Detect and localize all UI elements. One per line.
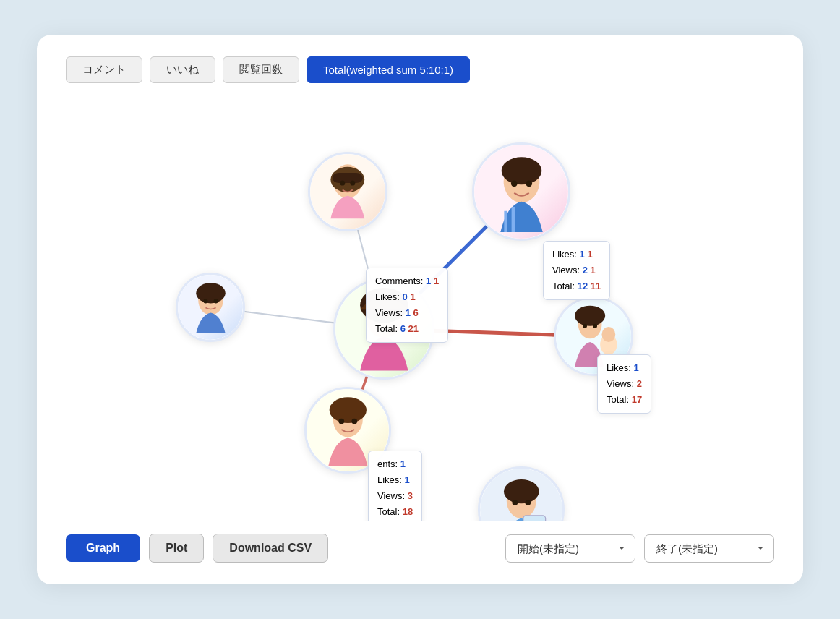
popup1-views-v2: 6 bbox=[413, 307, 419, 318]
popup1-comments-v1: 1 bbox=[426, 276, 431, 286]
info-popup-1: Comments: 1 1 Likes: 0 1 Views: 1 6 Tota… bbox=[366, 268, 448, 343]
popup1-likes-v2: 1 bbox=[410, 291, 415, 302]
node-1[interactable] bbox=[308, 152, 387, 231]
svg-point-9 bbox=[351, 181, 356, 186]
popup4-likes-v1: 1 bbox=[405, 474, 410, 485]
svg-rect-7 bbox=[333, 173, 363, 183]
node-4[interactable] bbox=[472, 142, 570, 241]
popup3-likes-v1: 1 bbox=[634, 362, 639, 373]
svg-point-26 bbox=[583, 324, 587, 328]
filter-likes[interactable]: いいね bbox=[150, 56, 215, 83]
svg-point-36 bbox=[512, 500, 518, 505]
svg-point-12 bbox=[203, 299, 207, 303]
filter-comments[interactable]: コメント bbox=[66, 56, 142, 83]
svg-point-37 bbox=[525, 500, 531, 505]
popup2-views-v1: 2 bbox=[583, 265, 588, 276]
node-1-face bbox=[310, 154, 385, 229]
node-7-face bbox=[480, 469, 562, 521]
svg-point-21 bbox=[526, 180, 532, 187]
start-date-select[interactable]: 開始(未指定) bbox=[505, 534, 635, 563]
popup2-total-v2: 11 bbox=[591, 281, 601, 291]
svg-point-19 bbox=[501, 157, 541, 184]
end-date-select[interactable]: 終了(未指定) bbox=[644, 534, 774, 563]
popup2-likes-v1: 1 bbox=[580, 249, 585, 260]
popup2-views-v2: 1 bbox=[591, 265, 596, 276]
svg-point-33 bbox=[351, 418, 357, 424]
info-popup-3: Likes: 1 Views: 2 Total: 17 bbox=[597, 354, 651, 414]
node-7[interactable] bbox=[478, 466, 565, 521]
svg-point-8 bbox=[340, 181, 345, 186]
popup3-total-v1: 17 bbox=[632, 394, 642, 405]
popup2-likes-v2: 1 bbox=[587, 249, 592, 260]
svg-point-11 bbox=[196, 283, 226, 303]
svg-rect-38 bbox=[523, 516, 546, 521]
bottom-bar: Graph Plot Download CSV 開始(未指定) 終了(未指定) bbox=[66, 534, 774, 563]
svg-point-25 bbox=[575, 306, 605, 326]
popup4-comments-v1: 1 bbox=[400, 458, 406, 469]
popup3-views-v1: 2 bbox=[637, 378, 642, 389]
info-popup-2: Likes: 1 1 Views: 2 1 Total: 12 11 bbox=[543, 241, 610, 300]
graph-button[interactable]: Graph bbox=[66, 534, 140, 562]
svg-point-32 bbox=[338, 418, 344, 424]
popup4-total-v1: 18 bbox=[403, 506, 413, 517]
node-2[interactable] bbox=[176, 273, 245, 342]
filter-total[interactable]: Total(weighted sum 5:10:1) bbox=[307, 56, 470, 83]
popup2-total-v1: 12 bbox=[578, 281, 588, 291]
download-csv-button[interactable]: Download CSV bbox=[213, 534, 328, 563]
popup4-views-v1: 3 bbox=[408, 490, 413, 501]
svg-point-13 bbox=[213, 299, 218, 303]
svg-point-27 bbox=[593, 324, 597, 328]
info-popup-4: ents: 1 Likes: 1 Views: 3 Total: 18 bbox=[368, 451, 422, 521]
node-2-face bbox=[178, 275, 243, 340]
popup1-comments-v2: 1 bbox=[434, 276, 439, 286]
svg-point-20 bbox=[510, 180, 517, 187]
popup1-total-v1: 6 bbox=[400, 323, 406, 334]
popup1-views-v1: 1 bbox=[406, 307, 411, 318]
plot-button[interactable]: Plot bbox=[149, 534, 204, 563]
svg-point-35 bbox=[504, 479, 539, 503]
node-4-face bbox=[474, 145, 568, 239]
svg-point-31 bbox=[329, 397, 366, 423]
main-card: コメント いいね 閲覧回数 Total(weighted sum 5:10:1) bbox=[37, 35, 803, 584]
filter-views[interactable]: 閲覧回数 bbox=[223, 56, 299, 83]
popup1-total-v2: 21 bbox=[408, 323, 419, 334]
svg-point-29 bbox=[602, 327, 616, 342]
filter-buttons: コメント いいね 閲覧回数 Total(weighted sum 5:10:1) bbox=[66, 56, 774, 83]
graph-area: Comments: 1 1 Likes: 0 1 Views: 1 6 Tota… bbox=[66, 98, 774, 521]
popup1-likes-v1: 0 bbox=[403, 291, 408, 302]
